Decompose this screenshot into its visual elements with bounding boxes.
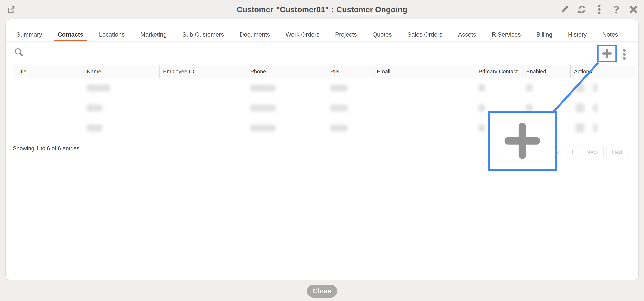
redacted-action-icon[interactable] [593,104,598,112]
tab-summary[interactable]: Summary [13,28,46,42]
add-contact-button[interactable] [602,48,612,59]
redacted-action-icon[interactable] [576,103,584,112]
tab-marketing[interactable]: Marketing [137,28,170,42]
table-row[interactable] [13,78,636,98]
col-primary-contact[interactable]: Primary Contact [475,65,523,78]
redacted-action-icon[interactable] [576,83,584,92]
redacted-pin [330,85,348,91]
redacted-phone [250,85,276,91]
redacted-pin [330,125,348,131]
redacted-pin [330,105,348,111]
edit-pencil-icon[interactable] [560,4,570,15]
pagination-next-button[interactable]: Next [581,145,604,159]
redacted-primary-contact [478,124,485,132]
tab-work-orders[interactable]: Work Orders [282,28,323,42]
close-window-icon[interactable] [628,4,638,15]
redacted-action-icon[interactable] [593,84,598,92]
col-pin[interactable]: PIN [327,65,373,78]
title-word: Customer [237,5,273,14]
tab-billing[interactable]: Billing [533,28,556,42]
redacted-name [86,104,102,111]
tab-sub-customers[interactable]: Sub-Customers [179,28,228,42]
table-more-vertical-icon[interactable] [620,48,628,60]
redacted-name [86,124,102,131]
topbar-more-vertical-icon[interactable] [594,4,604,15]
pagination-last-button[interactable]: Last [606,145,628,159]
close-button[interactable]: Close [307,285,337,298]
title-customer-name: "Customer01" : [276,5,334,14]
title-customer-type-link[interactable]: Customer Ongoing [336,5,407,14]
annotation-zoom-box [488,111,557,171]
annotation-highlight-box [597,45,617,62]
redacted-enabled [526,104,532,112]
col-enabled[interactable]: Enabled [523,65,570,78]
add-plus-icon [504,123,540,159]
entries-count-text: Showing 1 to 6 of 6 entries [13,145,80,152]
col-email[interactable]: Email [373,65,475,78]
tab-sales-orders[interactable]: Sales Orders [404,28,446,42]
search-icon[interactable] [14,47,24,57]
tab-locations[interactable]: Locations [95,28,128,42]
tab-history[interactable]: History [564,28,590,42]
redacted-primary-contact [478,84,485,92]
tab-bar-divider [6,42,638,42]
redacted-primary-contact [478,104,485,112]
tab-notes[interactable]: Notes [599,28,622,42]
tab-documents[interactable]: Documents [236,28,274,42]
col-title[interactable]: Title [13,65,83,78]
redacted-name [86,84,110,91]
tab-r-services[interactable]: R.Services [488,28,524,42]
tab-bar: Summary Contacts Locations Marketing Sub… [13,28,630,42]
redacted-action-icon[interactable] [576,123,584,132]
col-employee-id[interactable]: Employee ID [160,65,247,78]
tab-contacts[interactable]: Contacts [54,28,87,42]
col-name[interactable]: Name [83,65,160,78]
col-phone[interactable]: Phone [247,65,327,78]
tab-assets[interactable]: Assets [454,28,480,42]
table-header-row: Title Name Employee ID Phone PIN Email P… [13,65,636,78]
redacted-phone [250,125,276,131]
tab-projects[interactable]: Projects [332,28,360,42]
window-topbar: Customer "Customer01" : Customer Ongoing… [0,0,644,19]
pagination-page-1-button[interactable]: 1 [567,145,578,159]
tab-quotes[interactable]: Quotes [369,28,395,42]
redacted-action-icon[interactable] [593,124,598,132]
page-title: Customer "Customer01" : Customer Ongoing [0,0,644,19]
redacted-enabled [526,84,532,92]
help-icon[interactable]: ? [611,4,622,15]
col-actions: Actions [570,65,636,78]
refresh-icon[interactable] [577,4,587,15]
redacted-phone [250,105,276,111]
